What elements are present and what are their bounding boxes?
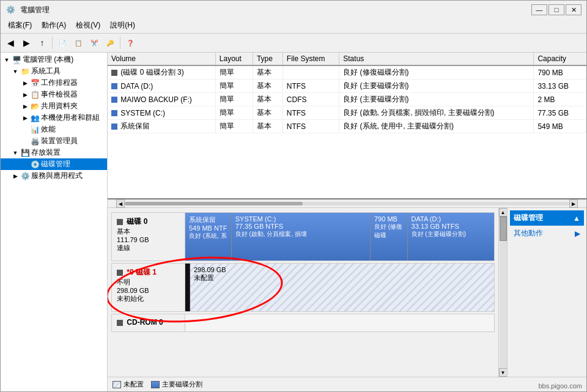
- cell-fs-1: NTFS: [282, 80, 339, 93]
- disk-table-container: Volume Layout Type File System: [108, 53, 586, 199]
- disk-view-wrapper: 磁碟 0 基本 111.79 GB 連線 系統保留 549 MB NTF 良好 …: [108, 208, 586, 377]
- disk0-type: 基本: [117, 227, 180, 236]
- title-bar-controls: — □ ✕: [531, 4, 581, 15]
- table-row[interactable]: (磁碟 0 磁碟分割 3) 簡單 基本 良好 (修復磁碟分割) 790 MB: [108, 65, 586, 80]
- cell-volume-2: MAIWO BACKUP (F:): [108, 93, 215, 106]
- disk-row-cdrom: CD-ROM 0: [111, 314, 495, 332]
- cell-capacity-1: 33.13 GB: [534, 80, 586, 93]
- col-filesystem[interactable]: File System: [282, 53, 339, 65]
- menu-view[interactable]: 檢視(V): [71, 19, 105, 32]
- menu-file[interactable]: 檔案(F): [3, 19, 37, 32]
- hscroll-left[interactable]: ◀: [116, 199, 125, 208]
- col-layout[interactable]: Layout: [215, 53, 253, 65]
- disk-row-1: *0 磁碟 1 不明 298.09 GB 未初始化 298.09 GB 未配置: [111, 263, 495, 312]
- sidebar-label-shared: 共用資料夾: [41, 101, 78, 111]
- main-window: ⚙️ 電腦管理 — □ ✕ 檔案(F) 動作(A) 檢視(V) 說明(H) ◀ …: [0, 0, 587, 392]
- legend-unallocated: 未配置: [113, 380, 144, 389]
- sidebar-item-local-users[interactable]: ▶ 👥 本機使用者和群組: [1, 112, 107, 124]
- close-button[interactable]: ✕: [566, 4, 581, 15]
- storage-icon: 💾: [20, 148, 30, 158]
- sidebar-item-system-tools[interactable]: ▼ 📁 系統工具: [1, 65, 107, 77]
- hscroll-right[interactable]: ▶: [569, 199, 578, 208]
- toolbar-btn4[interactable]: 🔑: [103, 35, 117, 50]
- toolbar-back[interactable]: ◀: [3, 35, 18, 50]
- sidebar: ▼ 🖥️ 電腦管理 (本機) ▼ 📁 系統工具 ▶ 📅 工作排程器 ▶ 📋 事件…: [1, 53, 108, 391]
- cell-volume-3: SYSTEM (C:): [108, 106, 215, 120]
- services-icon: ⚙️: [20, 171, 30, 181]
- menu-action[interactable]: 動作(A): [37, 19, 71, 32]
- disk0-status: 連線: [117, 243, 180, 253]
- vol-icon-4: [111, 124, 117, 130]
- legend-main-partition: 主要磁碟分割: [151, 380, 202, 389]
- cell-status-0: 良好 (修復磁碟分割): [339, 65, 534, 80]
- disk0-size: 111.79 GB: [117, 236, 180, 243]
- partition-0-3[interactable]: DATA (D:) 33.13 GB NTFS 良好 (主要磁碟分割): [408, 213, 494, 261]
- sidebar-item-disk-management[interactable]: 💿 磁碟管理: [1, 158, 107, 170]
- disk1-name: *0 磁碟 1: [117, 267, 180, 278]
- disk1-dark-bar: [185, 264, 190, 311]
- disk1-status: 未初始化: [117, 294, 180, 303]
- partition-0-0[interactable]: 系統保留 549 MB NTF 良好 (系統, 系: [185, 213, 232, 261]
- col-status[interactable]: Status: [339, 53, 534, 65]
- action-item-other[interactable]: 其他動作 ▶: [510, 226, 584, 241]
- vscroll: ▲ ▼: [498, 208, 507, 377]
- watermark: bbs.pigoo.com: [538, 382, 582, 390]
- col-volume[interactable]: Volume: [108, 53, 215, 65]
- table-row[interactable]: DATA (D:) 簡單 基本 NTFS 良好 (主要磁碟分割) 33.13 G…: [108, 80, 586, 93]
- cell-volume-0: (磁碟 0 磁碟分割 3): [108, 65, 215, 80]
- disk-info-1: *0 磁碟 1 不明 298.09 GB 未初始化: [112, 264, 185, 311]
- toolbar-up[interactable]: ↑: [35, 35, 50, 50]
- cell-volume-1: DATA (D:): [108, 80, 215, 93]
- partition-0-2[interactable]: 790 MB 良好 (修復磁碟: [371, 213, 408, 261]
- cdrom-icon: [117, 320, 123, 326]
- title-bar: ⚙️ 電腦管理 — □ ✕: [1, 1, 586, 18]
- sidebar-item-storage[interactable]: ▼ 💾 存放裝置: [1, 147, 107, 158]
- status-bar: 未配置 主要磁碟分割: [108, 377, 586, 391]
- cdrom-name: CD-ROM 0: [117, 318, 180, 327]
- sidebar-item-device-manager[interactable]: 🖨️ 裝置管理員: [1, 135, 107, 147]
- partition-1-0[interactable]: 298.09 GB 未配置: [190, 264, 494, 311]
- disk-view-inner: 磁碟 0 基本 111.79 GB 連線 系統保留 549 MB NTF 良好 …: [108, 208, 498, 377]
- sidebar-item-performance[interactable]: 📊 效能: [1, 124, 107, 135]
- toolbar-btn1[interactable]: 📄: [55, 35, 70, 50]
- window-icon: ⚙️: [6, 5, 15, 15]
- disk-mgmt-icon: 💿: [30, 160, 40, 169]
- toolbar-forward[interactable]: ▶: [19, 35, 34, 50]
- disk1-partitions: 298.09 GB 未配置: [185, 264, 494, 311]
- partition-0-1[interactable]: SYSTEM (C:) 77.35 GB NTFS 良好 (啟動, 分頁檔案, …: [232, 213, 371, 261]
- hscroll-bar[interactable]: ◀ ▶: [108, 199, 586, 208]
- table-row[interactable]: 系統保留 簡單 基本 NTFS 良好 (系統, 使用中, 主要磁碟分割) 549…: [108, 120, 586, 133]
- menu-help[interactable]: 說明(H): [105, 19, 140, 32]
- minimize-button[interactable]: —: [531, 4, 547, 15]
- toolbar: ◀ ▶ ↑ 📄 📋 ✂️ 🔑 ❓: [1, 34, 586, 53]
- vscroll-down[interactable]: ▼: [499, 368, 508, 377]
- menu-bar: 檔案(F) 動作(A) 檢視(V) 說明(H): [1, 18, 586, 34]
- sidebar-label-services: 服務與應用程式: [31, 171, 83, 181]
- sidebar-label-root: 電腦管理 (本機): [23, 54, 73, 65]
- cell-type-0: 基本: [253, 65, 282, 80]
- toolbar-btn5[interactable]: ❓: [123, 35, 138, 50]
- legend-stripe-box: [113, 381, 121, 388]
- col-type[interactable]: Type: [253, 53, 282, 65]
- cell-fs-2: CDFS: [282, 93, 339, 106]
- legend-blue-box: [151, 381, 160, 388]
- sidebar-item-root[interactable]: ▼ 🖥️ 電腦管理 (本機): [1, 54, 107, 65]
- sidebar-item-task-scheduler[interactable]: ▶ 📅 工作排程器: [1, 77, 107, 89]
- toolbar-btn2[interactable]: 📋: [71, 35, 86, 50]
- table-header-row: Volume Layout Type File System: [108, 53, 586, 65]
- sidebar-item-shared-folders[interactable]: ▶ 📂 共用資料夾: [1, 100, 107, 112]
- table-row[interactable]: SYSTEM (C:) 簡單 基本 NTFS 良好 (啟動, 分頁檔案, 損毀傾…: [108, 106, 586, 120]
- disk0-icon: [117, 219, 123, 225]
- toolbar-btn3[interactable]: ✂️: [87, 35, 102, 50]
- maximize-button[interactable]: □: [548, 4, 564, 15]
- sidebar-item-event-viewer[interactable]: ▶ 📋 事件檢視器: [1, 89, 107, 100]
- sidebar-item-services[interactable]: ▶ ⚙️ 服務與應用程式: [1, 170, 107, 182]
- cell-status-4: 良好 (系統, 使用中, 主要磁碟分割): [339, 120, 534, 133]
- vscroll-thumb: [500, 216, 507, 241]
- disk-info-0: 磁碟 0 基本 111.79 GB 連線: [112, 213, 185, 261]
- expander-root: ▼: [2, 55, 12, 65]
- vscroll-up[interactable]: ▲: [499, 208, 508, 216]
- table-row[interactable]: MAIWO BACKUP (F:) 簡單 基本 CDFS 良好 (主要磁碟分割)…: [108, 93, 586, 106]
- col-capacity[interactable]: Capacity: [534, 53, 586, 65]
- vscroll-track: [500, 216, 507, 368]
